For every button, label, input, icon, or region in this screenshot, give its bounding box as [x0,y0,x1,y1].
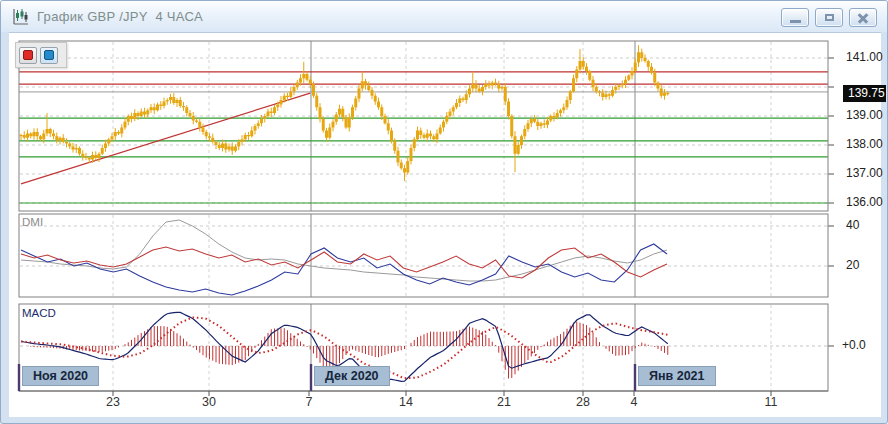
minimize-icon [790,20,801,23]
close-icon [857,12,869,24]
window-title: График GBP /JPY 4 ЧАСА [37,9,203,24]
time-axis-label: 14 [389,395,423,409]
time-axis-label: 7 [292,395,326,409]
close-button[interactable] [849,8,877,27]
price-panel[interactable] [19,41,828,211]
price-label: 137.00 [846,166,888,180]
dmi-tick-20: 20 [846,258,859,272]
month-label: Янв 2021 [638,366,716,386]
macd-tick-zero: +0.0 [842,338,866,352]
minimize-button[interactable] [781,8,809,27]
restore-icon [825,14,834,21]
current-price-badge: 139.75 [843,85,886,102]
time-axis-label: 11 [754,395,788,409]
time-axis-label: 23 [96,395,130,409]
price-label: 136.00 [846,195,888,209]
toolbar-red-button[interactable] [19,47,37,64]
chart-window: График GBP /JPY 4 ЧАСА DMI MACD 141.00 1… [0,0,888,424]
dmi-tick-40: 40 [846,218,859,232]
chart-toolbar [15,42,67,68]
toolbar-blue-button[interactable] [40,47,58,64]
dmi-panel-label: DMI [22,216,43,228]
time-axis-label: 21 [487,395,521,409]
time-axis-label: 28 [566,395,600,409]
restore-button[interactable] [815,8,843,27]
price-label: 138.00 [846,137,888,151]
month-label: Ноя 2020 [22,366,99,386]
titlebar: График GBP /JPY 4 ЧАСА [1,1,887,32]
blue-marker-icon [44,50,54,60]
macd-panel-label: MACD [22,307,56,319]
month-label: Дек 2020 [314,366,390,386]
red-marker-icon [23,50,33,60]
time-axis-label: 30 [192,395,226,409]
price-label: 139.00 [846,108,888,122]
price-label: 141.00 [846,50,888,64]
chart-icon [11,8,29,26]
time-axis-label: 4 [617,395,651,409]
dmi-panel[interactable] [19,214,828,297]
